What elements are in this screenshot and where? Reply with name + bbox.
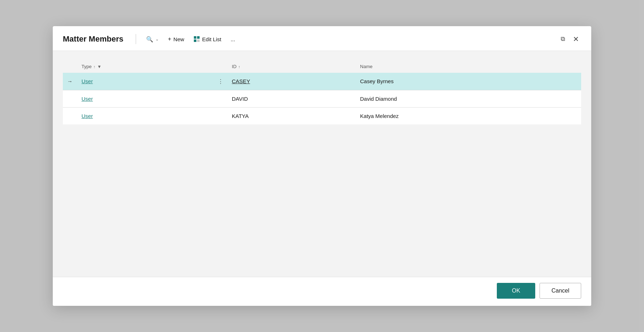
row-name-value: Casey Byrnes	[360, 78, 393, 84]
ok-button[interactable]: OK	[497, 283, 535, 299]
row-arrow-cell	[63, 107, 77, 124]
chevron-down-icon: ⌄	[155, 37, 159, 42]
row-type-link[interactable]: User	[81, 78, 93, 84]
row-id-cell: KATYA	[228, 107, 356, 124]
col-header-id: ID ↑	[228, 61, 356, 73]
edit-list-button[interactable]: Edit List	[190, 34, 225, 44]
row-context-menu-cell	[214, 107, 228, 124]
dialog-overlay: Matter Members 🔍 ⌄ + New	[0, 0, 644, 332]
row-id-link[interactable]: CASEY	[232, 78, 250, 84]
row-type-link[interactable]: User	[81, 96, 93, 102]
col-header-type: Type ↑ ▼	[77, 61, 214, 73]
matter-members-dialog: Matter Members 🔍 ⌄ + New	[53, 26, 591, 306]
type-sort-icon[interactable]: ↑	[93, 65, 95, 69]
expand-button[interactable]: ⧉	[559, 33, 567, 45]
dialog-header: Matter Members 🔍 ⌄ + New	[53, 26, 591, 51]
svg-rect-1	[197, 36, 200, 39]
header-right: ⧉ ✕	[559, 33, 581, 46]
table-row[interactable]: User DAVID David Diamond	[63, 90, 581, 107]
col-type-label: Type	[81, 64, 92, 69]
row-arrow-cell: →	[63, 73, 77, 90]
plus-icon: +	[168, 36, 171, 42]
close-button[interactable]: ✕	[571, 33, 581, 46]
table-row[interactable]: → User ⋮ CASEY Casey Byrnes	[63, 73, 581, 90]
col-id-label: ID	[232, 64, 237, 69]
row-arrow-cell	[63, 90, 77, 107]
new-button[interactable]: + New	[164, 34, 188, 44]
dialog-footer: OK Cancel	[53, 277, 591, 306]
edit-list-icon	[193, 36, 200, 42]
row-name-cell: David Diamond	[356, 90, 581, 107]
row-name-cell: Katya Melendez	[356, 107, 581, 124]
row-id-cell: CASEY	[228, 73, 356, 90]
dialog-body: Type ↑ ▼ ID ↑	[53, 51, 591, 277]
header-divider	[136, 34, 136, 44]
dialog-title: Matter Members	[63, 34, 123, 44]
row-id-value: KATYA	[232, 113, 249, 119]
table-body: → User ⋮ CASEY Casey Byrnes	[63, 73, 581, 124]
cancel-button[interactable]: Cancel	[540, 283, 581, 299]
row-name-value: Katya Melendez	[360, 113, 399, 119]
row-type-cell[interactable]: User	[77, 90, 214, 107]
row-type-cell[interactable]: User	[77, 107, 214, 124]
new-button-label: New	[173, 36, 184, 42]
search-icon: 🔍	[146, 36, 153, 43]
svg-rect-3	[197, 39, 200, 42]
type-filter-icon[interactable]: ▼	[97, 64, 102, 69]
more-button[interactable]: ...	[227, 34, 239, 44]
svg-rect-2	[194, 39, 196, 42]
row-context-menu-cell[interactable]: ⋮	[214, 73, 228, 90]
table-header: Type ↑ ▼ ID ↑	[63, 61, 581, 73]
col-name-label: Name	[360, 64, 373, 69]
svg-rect-0	[194, 36, 196, 39]
expand-icon: ⧉	[561, 35, 565, 43]
col-header-arrow	[63, 61, 77, 73]
members-table: Type ↑ ▼ ID ↑	[63, 61, 581, 124]
row-name-value: David Diamond	[360, 96, 397, 102]
row-context-menu-cell	[214, 90, 228, 107]
row-id-value: DAVID	[232, 96, 248, 102]
row-name-cell: Casey Byrnes	[356, 73, 581, 90]
row-type-cell[interactable]: User	[77, 73, 214, 90]
row-type-link[interactable]: User	[81, 113, 93, 119]
search-button[interactable]: 🔍 ⌄	[143, 34, 162, 45]
col-header-menu	[214, 61, 228, 73]
col-header-name: Name	[356, 61, 581, 73]
close-icon: ✕	[573, 35, 579, 43]
edit-list-label: Edit List	[202, 36, 221, 42]
header-actions: 🔍 ⌄ + New Edit List	[143, 34, 559, 45]
id-sort-icon[interactable]: ↑	[238, 65, 241, 69]
row-id-cell: DAVID	[228, 90, 356, 107]
table-row[interactable]: User KATYA Katya Melendez	[63, 107, 581, 124]
more-label: ...	[230, 36, 235, 42]
